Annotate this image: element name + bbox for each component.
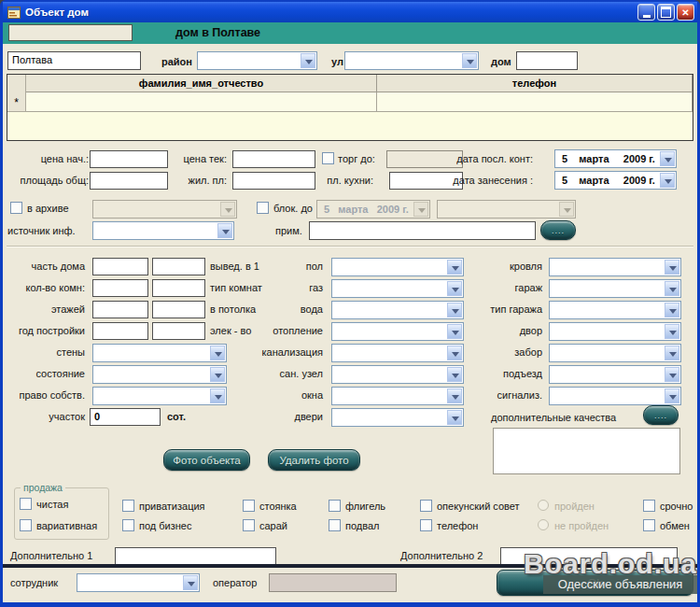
chevron-down-icon xyxy=(559,202,574,217)
street-combo[interactable] xyxy=(344,51,479,70)
driveway-combo[interactable] xyxy=(549,365,681,384)
condition-combo[interactable] xyxy=(92,365,227,384)
extra-qualities-button[interactable]: .... xyxy=(643,405,679,425)
checkbox-label: под бизнес xyxy=(139,520,192,531)
chevron-down-icon[interactable] xyxy=(217,223,232,238)
chevron-down-icon[interactable] xyxy=(665,367,679,382)
ok-button[interactable]: Ok xyxy=(497,570,693,596)
roof-combo[interactable] xyxy=(549,258,681,276)
windows-combo[interactable] xyxy=(331,387,464,405)
bathroom-combo[interactable] xyxy=(331,365,464,384)
heating-combo[interactable] xyxy=(331,322,464,341)
rooms-count-field-2[interactable] xyxy=(152,279,205,297)
table-cell-phone[interactable] xyxy=(377,92,693,112)
chevron-down-icon[interactable] xyxy=(210,367,225,382)
checkbox-label: приватизация xyxy=(139,501,205,512)
checkbox-for-business[interactable] xyxy=(122,519,134,531)
detail-label: кол-во комн: xyxy=(5,282,85,293)
plot-field[interactable]: 0 xyxy=(90,408,161,426)
part-house-field-1[interactable] xyxy=(92,258,148,275)
delete-photo-button[interactable]: Удалить фото xyxy=(268,449,360,471)
checkbox-privatization[interactable] xyxy=(122,500,134,512)
additional-2-field[interactable] xyxy=(500,547,678,565)
checkbox-urgent[interactable] xyxy=(643,500,655,512)
checkbox-sale-clean[interactable] xyxy=(20,498,32,510)
employee-label: сотрудник xyxy=(10,577,58,588)
checkbox-sale-variative[interactable] xyxy=(20,519,32,531)
chevron-down-icon[interactable] xyxy=(462,53,477,68)
bargain-checkbox[interactable] xyxy=(322,152,334,164)
district-combo[interactable] xyxy=(197,51,317,70)
city-field[interactable]: Полтава xyxy=(7,51,141,70)
checkbox-label: флигель xyxy=(345,501,385,512)
exterior-label: двор xyxy=(445,325,542,336)
part-house-field-2[interactable] xyxy=(152,258,205,275)
chevron-down-icon[interactable] xyxy=(665,303,679,318)
chevron-down-icon[interactable] xyxy=(665,281,679,296)
utility-label: газ xyxy=(227,282,323,293)
checkbox-label: опекунский совет xyxy=(437,501,520,512)
note-more-button[interactable]: .... xyxy=(540,220,576,240)
doors-combo[interactable] xyxy=(331,408,464,427)
date-entered-date-picker[interactable]: 5 марта 2009 г. xyxy=(554,171,677,190)
chevron-down-icon[interactable] xyxy=(183,575,198,590)
additional-1-field[interactable] xyxy=(115,547,276,565)
chevron-down-icon[interactable] xyxy=(660,151,675,166)
build-year-field-2[interactable] xyxy=(152,322,205,340)
chevron-down-icon[interactable] xyxy=(665,346,679,360)
column-header-phone[interactable]: телефон xyxy=(377,75,693,92)
exterior-label: кровля xyxy=(445,261,542,272)
floors-field-1[interactable] xyxy=(92,301,148,318)
archive-checkbox[interactable] xyxy=(10,202,22,214)
chevron-down-icon[interactable] xyxy=(665,260,679,275)
ownership-combo[interactable] xyxy=(92,387,227,405)
photo-button[interactable]: Фото объекта xyxy=(163,449,250,471)
yard-combo[interactable] xyxy=(549,322,681,341)
extra-qualities-textarea[interactable] xyxy=(493,428,680,474)
floors-field-2[interactable] xyxy=(152,301,205,318)
chevron-down-icon[interactable] xyxy=(665,324,679,339)
exterior-label: гараж xyxy=(445,282,542,293)
fence-combo[interactable] xyxy=(549,344,681,362)
garage-type-combo[interactable] xyxy=(549,301,681,319)
floor-combo[interactable] xyxy=(331,258,464,276)
alarm-combo[interactable] xyxy=(549,387,681,405)
garage-combo[interactable] xyxy=(549,279,681,298)
rooms-count-field-1[interactable] xyxy=(92,279,148,297)
table-cell-name[interactable] xyxy=(26,92,377,112)
water-combo[interactable] xyxy=(331,301,464,319)
checkbox-shed[interactable] xyxy=(243,519,255,531)
checkbox-guardian-council[interactable] xyxy=(420,500,432,512)
object-code-field[interactable] xyxy=(8,24,133,41)
block-checkbox[interactable] xyxy=(257,202,269,214)
archive-reason-combo xyxy=(92,200,237,219)
employee-combo[interactable] xyxy=(77,573,200,592)
chevron-down-icon[interactable] xyxy=(210,388,225,403)
minimize-button[interactable] xyxy=(637,4,655,21)
chevron-down-icon[interactable] xyxy=(660,173,675,188)
gas-combo[interactable] xyxy=(331,279,464,298)
sewerage-combo[interactable] xyxy=(331,344,464,362)
info-source-combo[interactable] xyxy=(92,221,234,240)
chevron-down-icon[interactable] xyxy=(210,346,225,360)
chevron-down-icon[interactable] xyxy=(447,410,462,425)
utility-label: окна xyxy=(227,389,323,401)
checkbox-phone[interactable] xyxy=(420,519,432,531)
chevron-down-icon[interactable] xyxy=(301,53,315,68)
new-row-marker: * xyxy=(7,92,26,112)
note-field[interactable] xyxy=(309,221,536,240)
checkbox-basement[interactable] xyxy=(329,519,341,531)
checkbox-parking[interactable] xyxy=(243,500,255,512)
build-year-field-1[interactable] xyxy=(92,322,148,340)
close-button[interactable]: ✕ xyxy=(677,4,694,21)
walls-combo[interactable] xyxy=(92,344,227,362)
app-window: Объект дом ✕ дом в Полтаве Полтава район… xyxy=(0,0,700,607)
maximize-button[interactable] xyxy=(657,4,675,21)
house-field[interactable] xyxy=(516,51,578,70)
checkbox-exchange[interactable] xyxy=(643,519,655,531)
price-current-field[interactable] xyxy=(232,150,315,168)
column-header-name[interactable]: фамилия_имя_отчество xyxy=(26,75,377,92)
last-contact-date-picker[interactable]: 5 марта 2009 г. xyxy=(554,149,677,168)
checkbox-outbuilding[interactable] xyxy=(329,500,341,512)
chevron-down-icon[interactable] xyxy=(665,388,679,403)
